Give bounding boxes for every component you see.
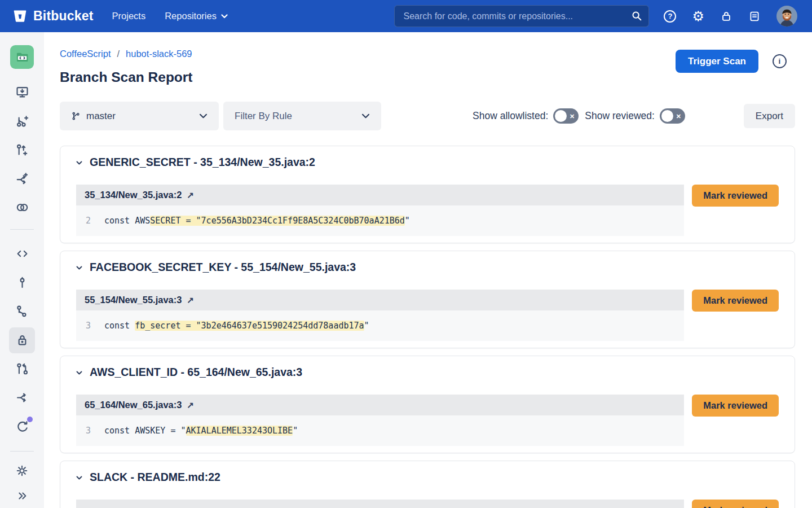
sidebar-item-compare[interactable]	[0, 164, 44, 193]
line-number: 3	[85, 424, 91, 437]
snippet-file-header: 55_154/New_55.java:3 ↗	[76, 290, 684, 310]
show-reviewed-toggle[interactable]: ✕	[660, 108, 685, 124]
collapse-chevron-icon[interactable]	[76, 370, 82, 375]
code-line: 3const fb_secret = "3b2e464637e515902425…	[76, 310, 684, 341]
secret-highlight: SECRET = "7ce556A3bD234Cc1Ff9E8A5C324C0b…	[150, 216, 405, 226]
mark-reviewed-button[interactable]: Mark reviewed	[692, 185, 779, 207]
breadcrumb-repo-link[interactable]: hubot-slack-569	[126, 49, 192, 59]
file-link[interactable]: 65_164/New_65.java:3	[85, 400, 182, 410]
sidebar-item-forks[interactable]	[0, 383, 44, 412]
notification-dot	[27, 417, 33, 422]
finding-body: Mark reviewed	[76, 500, 779, 508]
nav-projects[interactable]: Projects	[112, 11, 146, 21]
create-branch-icon	[15, 113, 30, 129]
branch-value: master	[86, 111, 116, 122]
changelog-icon[interactable]	[748, 10, 761, 23]
line-number: 3	[85, 319, 91, 332]
mark-reviewed-button[interactable]: Mark reviewed	[692, 500, 779, 508]
show-reviewed-label: Show reviewed:	[585, 110, 655, 122]
source-code-icon	[15, 246, 30, 261]
user-avatar[interactable]	[776, 6, 797, 27]
findings-list: GENERIC_SECRET - 35_134/New_35.java:2 35…	[60, 146, 795, 508]
bitbucket-bucket-icon	[12, 8, 28, 24]
show-allowlisted-toggle[interactable]: ✕	[553, 108, 579, 124]
search-icon[interactable]	[630, 10, 643, 24]
collapse-chevron-icon[interactable]	[76, 160, 82, 165]
sidebar-item-pull-requests[interactable]	[0, 354, 44, 383]
finding-body: 55_154/New_55.java:3 ↗ 3const fb_secret …	[76, 290, 779, 341]
toggle-knob	[661, 110, 673, 122]
collapse-chevron-icon[interactable]	[76, 475, 82, 480]
page-header: CoffeeScript / hubot-slack-569 Branch Sc…	[60, 32, 795, 85]
toggle-knob	[555, 110, 567, 122]
finding-header: SLACK - README.md:22	[76, 468, 779, 485]
bitbucket-logo[interactable]: Bitbucket	[12, 8, 94, 24]
sidebar-divider	[10, 451, 34, 452]
finding-header: FACEBOOK_SECRET_KEY - 55_154/New_55.java…	[76, 259, 779, 275]
finding-body: 65_164/New_65.java:3 ↗ 3const AWSKEY = "…	[76, 395, 779, 446]
settings-gear-icon[interactable]: ⚙	[692, 10, 704, 23]
external-link-icon[interactable]: ↗	[187, 400, 194, 410]
filter-toolbar: master Filter By Rule Show allowlisted: …	[60, 102, 795, 130]
breadcrumb-separator: /	[117, 49, 120, 59]
code-snippet	[76, 500, 684, 508]
finding-title: AWS_CLIENT_ID - 65_164/New_65.java:3	[90, 366, 302, 379]
rule-filter-placeholder: Filter By Rule	[235, 111, 292, 122]
snippet-file-header: 65_164/New_65.java:3 ↗	[76, 395, 684, 415]
export-button[interactable]: Export	[744, 104, 795, 128]
sidebar-item-clone[interactable]	[0, 78, 44, 107]
sidebar-item-builds[interactable]	[0, 412, 44, 441]
search-input[interactable]	[394, 5, 649, 27]
double-chevron-right-icon	[15, 489, 29, 503]
nav-repositories[interactable]: Repositories	[165, 11, 228, 21]
sidebar-item-branch-permissions[interactable]	[0, 193, 44, 222]
mark-reviewed-button[interactable]: Mark reviewed	[692, 395, 779, 417]
file-link[interactable]: 35_134/New_35.java:2	[85, 190, 182, 200]
mark-reviewed-button[interactable]: Mark reviewed	[692, 290, 779, 312]
code-line: 2const AWSSECRET = "7ce556A3bD234Cc1Ff9E…	[76, 205, 684, 236]
branch-selector[interactable]: master	[60, 102, 219, 130]
code-text: const AWSSECRET = "7ce556A3bD234Cc1Ff9E8…	[104, 214, 410, 227]
help-glyph: ?	[668, 12, 673, 20]
sidebar-item-branches[interactable]	[0, 297, 44, 326]
finding-header: GENERIC_SECRET - 35_134/New_35.java:2	[76, 154, 779, 170]
toggle-group: Show allowlisted: ✕ Show reviewed: ✕	[473, 108, 685, 124]
header-actions: Trigger Scan i	[676, 50, 787, 73]
branch-icon	[71, 111, 81, 121]
external-link-icon[interactable]: ↗	[187, 190, 194, 200]
sidebar-item-create-branch[interactable]	[0, 107, 44, 135]
finding-title: SLACK - README.md:22	[90, 471, 220, 484]
secret-highlight: AKIALALEMEL33243OLIBE	[186, 426, 293, 436]
clone-icon	[15, 85, 30, 100]
chevron-down-icon	[361, 113, 370, 119]
sidebar-expand-button[interactable]	[0, 483, 44, 508]
sidebar-item-security-scan[interactable]	[0, 326, 44, 354]
finding-title: FACEBOOK_SECRET_KEY - 55_154/New_55.java…	[90, 261, 356, 274]
sidebar-item-settings[interactable]	[0, 458, 44, 483]
external-link-icon[interactable]: ↗	[187, 295, 194, 305]
rule-filter-selector[interactable]: Filter By Rule	[223, 102, 381, 130]
gear-icon	[15, 463, 29, 478]
nav-repositories-label: Repositories	[165, 11, 217, 21]
brand-name: Bitbucket	[33, 8, 94, 24]
toggle-off-icon: ✕	[570, 112, 575, 120]
main-content: CoffeeScript / hubot-slack-569 Branch Sc…	[44, 32, 812, 508]
finding-card: GENERIC_SECRET - 35_134/New_35.java:2 35…	[60, 146, 795, 243]
sidebar-item-source[interactable]	[0, 239, 44, 268]
breadcrumb-project-link[interactable]: CoffeeScript	[60, 49, 111, 59]
repository-avatar[interactable]	[10, 45, 34, 69]
sidebar-item-create-pull-request[interactable]	[0, 135, 44, 164]
overlapping-circles-icon	[15, 200, 30, 215]
sidebar-item-commits[interactable]	[0, 268, 44, 297]
chevron-down-icon	[199, 113, 208, 119]
branches-icon	[15, 304, 30, 319]
line-number: 2	[85, 214, 91, 227]
snippet-file-header: 35_134/New_35.java:2 ↗	[76, 185, 684, 205]
help-icon[interactable]: ?	[664, 10, 676, 23]
trigger-scan-button[interactable]: Trigger Scan	[676, 50, 758, 73]
file-link[interactable]: 55_154/New_55.java:3	[85, 295, 182, 305]
finding-card: FACEBOOK_SECRET_KEY - 55_154/New_55.java…	[60, 251, 795, 348]
collapse-chevron-icon[interactable]	[76, 265, 82, 270]
info-icon[interactable]: i	[773, 54, 787, 68]
security-lock-icon[interactable]	[720, 10, 732, 23]
